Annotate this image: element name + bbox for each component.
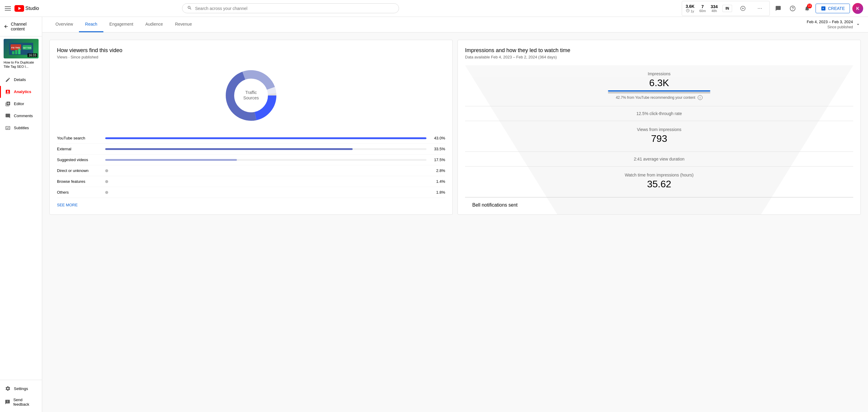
date-range[interactable]: Feb 4, 2023 – Feb 3, 2024 Since publishe…: [807, 19, 861, 30]
sidebar-label-settings: Settings: [14, 386, 28, 391]
sidebar-item-comments[interactable]: Comments: [0, 110, 42, 122]
video-duration: 16:33: [27, 53, 37, 57]
sidebar-label-editor: Editor: [14, 102, 24, 106]
impressions-title: Impressions and how they led to watch ti…: [465, 47, 853, 54]
sidebar-label-subtitles: Subtitles: [14, 126, 29, 130]
source-row-suggested: Suggested videos 17.5%: [57, 154, 445, 165]
impressions-value: 6.3K: [470, 77, 848, 89]
svg-marker-4: [743, 7, 744, 9]
source-row-others: Others 1.8%: [57, 187, 445, 198]
views-metric-label: Views from impressions: [470, 127, 848, 132]
tabs-bar: Overview Reach Engagement Audience Reven…: [42, 17, 868, 33]
date-range-label: Since published: [807, 25, 853, 30]
video-title: How to Fix Duplicate Title Tag SEO I...: [4, 60, 38, 69]
sidebar: Channel content FIX THIS GET THIS: [0, 17, 42, 412]
funnel-sections: Impressions 6.3K 42: [465, 65, 853, 197]
menu-icon-btn[interactable]: [754, 2, 766, 14]
settings-icon: [5, 385, 11, 391]
source-row-browse: Browse features 1.4%: [57, 176, 445, 187]
svg-point-7: [761, 8, 762, 8]
svg-point-9: [792, 9, 793, 10]
sidebar-label-comments: Comments: [14, 113, 33, 118]
tab-revenue[interactable]: Revenue: [169, 17, 198, 32]
notification-badge: 15: [807, 4, 812, 8]
editor-icon: [5, 101, 11, 107]
svg-point-6: [760, 8, 760, 8]
create-button[interactable]: CREATE: [815, 4, 850, 13]
avatar[interactable]: K: [852, 3, 863, 14]
menu-button[interactable]: [5, 6, 11, 10]
app-body: Channel content FIX THIS GET THIS: [0, 17, 868, 412]
pencil-icon: [5, 77, 11, 83]
funnel-views: Views from impressions 793: [465, 121, 853, 152]
source-row-direct: Direct or unknown 2.8%: [57, 165, 445, 176]
chevron-down-icon: [855, 22, 861, 27]
source-row-external: External 33.5%: [57, 144, 445, 154]
tab-audience[interactable]: Audience: [139, 17, 169, 32]
sidebar-bottom: Settings Send feedback: [0, 380, 42, 412]
impressions-panel: Impressions and how they led to watch ti…: [458, 40, 861, 215]
source-list: YouTube search 43.0% External: [57, 133, 445, 198]
watch-time-label: Watch time from impressions (hours): [470, 173, 848, 177]
funnel-avg-duration: 2:41 average view duration: [465, 152, 853, 167]
avg-duration-label: 2:41 average view duration: [470, 157, 848, 162]
help-icon-btn[interactable]: [786, 2, 799, 14]
notifications-btn[interactable]: 15: [801, 2, 813, 14]
sidebar-header: Channel content: [0, 17, 42, 36]
stat-recent: 334 48h: [711, 4, 718, 13]
svg-text:GET THIS: GET THIS: [23, 47, 31, 49]
nav-right: 3.6K 1y 7 60m 334 48h IN: [682, 1, 863, 16]
date-range-value: Feb 4, 2023 – Feb 3, 2024: [807, 19, 853, 25]
views-value: 793: [470, 133, 848, 144]
sidebar-label-analytics: Analytics: [14, 90, 31, 94]
sidebar-label-feedback: Send feedback: [13, 398, 37, 407]
back-label: Channel content: [11, 22, 38, 31]
tab-overview[interactable]: Overview: [50, 17, 79, 32]
donut-chart-container: Traffic Sources: [57, 65, 445, 126]
donut-center-label1: Traffic: [245, 90, 257, 95]
channel-stats: 3.6K 1y 7 60m 334 48h IN: [682, 1, 770, 16]
sidebar-item-analytics[interactable]: Analytics: [0, 86, 42, 98]
sidebar-nav: Details Analytics Editor Comments: [0, 71, 42, 380]
play-icon-btn[interactable]: [737, 2, 749, 14]
impressions-metric-label: Impressions: [470, 71, 848, 76]
back-button[interactable]: Channel content: [4, 22, 38, 31]
sidebar-label-details: Details: [14, 77, 26, 82]
watch-time-value: 35.62: [470, 179, 848, 190]
traffic-sources-subtitle: Views · Since published: [57, 55, 445, 59]
logo-area[interactable]: Studio: [14, 5, 39, 12]
search-input[interactable]: [195, 6, 394, 11]
info-icon[interactable]: i: [698, 95, 703, 100]
main-content: Overview Reach Engagement Audience Reven…: [42, 17, 868, 412]
sidebar-item-editor[interactable]: Editor: [0, 98, 42, 110]
studio-label: Studio: [25, 6, 39, 11]
stat-views: 3.6K 1y: [686, 4, 695, 13]
traffic-sources-title: How viewers find this video: [57, 47, 445, 54]
donut-center-label2: Sources: [243, 96, 258, 100]
svg-rect-17: [18, 49, 21, 54]
svg-rect-16: [15, 50, 18, 54]
svg-rect-15: [12, 51, 14, 54]
tab-reach[interactable]: Reach: [79, 17, 103, 32]
video-thumbnail: FIX THIS GET THIS 16:33: [4, 39, 38, 59]
ctr-label: 12.5% click-through rate: [470, 111, 848, 116]
see-more-button[interactable]: SEE MORE: [57, 203, 78, 207]
sidebar-item-settings[interactable]: Settings: [0, 382, 42, 394]
donut-chart: Traffic Sources: [221, 65, 281, 126]
studio-icon-btn[interactable]: IN: [722, 5, 732, 12]
sidebar-item-details[interactable]: Details: [0, 74, 42, 86]
sidebar-item-feedback[interactable]: Send feedback: [0, 394, 42, 410]
create-label: CREATE: [828, 6, 845, 11]
funnel-ctr: 12.5% click-through rate: [465, 106, 853, 121]
analytics-icon: [5, 89, 11, 95]
svg-point-5: [758, 8, 758, 8]
sidebar-item-subtitles[interactable]: Subtitles: [0, 122, 42, 134]
stat-live: 7 60m: [699, 4, 706, 13]
tab-engagement[interactable]: Engagement: [103, 17, 139, 32]
impressions-subtitle: Data available Feb 4, 2023 – Feb 2, 2024…: [465, 55, 853, 59]
top-nav: Studio 3.6K 1y 7 60m 334 48h IN: [0, 0, 868, 17]
subtitles-icon-btn[interactable]: [772, 2, 784, 14]
feedback-icon: [5, 399, 10, 405]
comments-icon: [5, 113, 11, 119]
search-bar[interactable]: [182, 3, 399, 13]
